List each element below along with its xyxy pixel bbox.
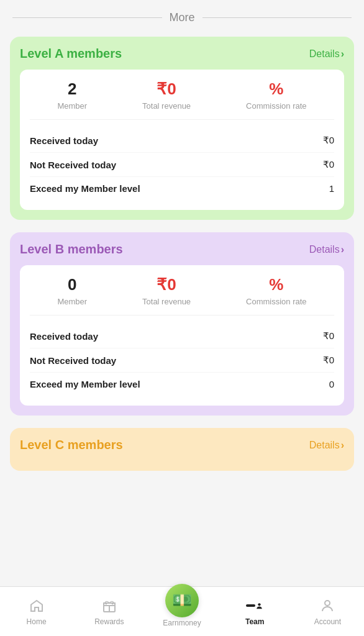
level-a-chevron-icon: ›	[341, 48, 344, 60]
earnmoney-icon: 💵	[165, 584, 199, 617]
page-title: More	[170, 11, 195, 24]
level-b-row-2-label: Exceed my Member level	[30, 379, 140, 389]
nav-earnmoney-label: Earnmoney	[163, 619, 201, 627]
level-a-row-1-value: ₹0	[323, 159, 334, 170]
level-a-revenue-stat: ₹0 Total revenue	[142, 80, 191, 111]
nav-account[interactable]: Account	[291, 597, 364, 626]
level-a-title: Level A members	[20, 47, 122, 61]
level-b-row-0-label: Received today	[30, 331, 98, 342]
level-b-commission-stat: % Commission rate	[246, 275, 307, 306]
level-c-chevron-icon: ›	[341, 440, 344, 451]
level-c-details-button[interactable]: Details ›	[309, 440, 344, 451]
content-area: Level A members Details › 2 Member ₹0 To…	[0, 30, 364, 520]
account-icon	[319, 597, 336, 615]
level-a-details-label: Details	[309, 48, 340, 60]
level-a-commission-stat: % Commission rate	[246, 80, 307, 111]
level-a-row-2-value: 1	[329, 183, 334, 194]
level-b-member-label: Member	[57, 297, 87, 306]
level-a-row-0: Received today ₹0	[30, 129, 334, 153]
level-b-header: Level B members Details ›	[20, 242, 344, 257]
level-b-revenue-label: Total revenue	[142, 297, 191, 306]
page-header: More	[0, 0, 364, 30]
nav-team[interactable]: Team	[219, 597, 291, 626]
level-b-row-1: Not Received today ₹0	[30, 348, 334, 373]
level-a-stats: 2 Member ₹0 Total revenue % Commission r…	[30, 80, 334, 120]
level-a-row-0-label: Received today	[30, 135, 98, 146]
nav-rewards-label: Rewards	[94, 617, 124, 626]
level-a-row-0-value: ₹0	[323, 135, 334, 146]
level-a-row-1: Not Received today ₹0	[30, 153, 334, 177]
level-b-revenue-value: ₹0	[142, 275, 191, 294]
svg-point-1	[258, 603, 261, 606]
home-icon	[28, 597, 45, 615]
level-a-row-2: Exceed my Member level 1	[30, 177, 334, 200]
level-b-commission-value: %	[246, 275, 307, 294]
team-icon	[246, 597, 263, 615]
level-a-inner: 2 Member ₹0 Total revenue % Commission r…	[20, 70, 344, 210]
level-a-member-value: 2	[57, 80, 87, 99]
bottom-nav: Home Rewards 💵 Earnmoney Team	[0, 586, 364, 636]
level-a-card: Level A members Details › 2 Member ₹0 To…	[10, 37, 354, 220]
nav-home-label: Home	[27, 617, 47, 626]
level-b-row-1-value: ₹0	[323, 355, 334, 366]
level-b-row-0: Received today ₹0	[30, 324, 334, 348]
level-b-row-2-value: 0	[329, 379, 334, 389]
nav-rewards[interactable]: Rewards	[73, 597, 145, 626]
level-b-row-0-value: ₹0	[323, 330, 334, 342]
level-a-member-stat: 2 Member	[57, 80, 87, 111]
level-b-member-value: 0	[57, 275, 87, 294]
level-a-revenue-label: Total revenue	[142, 101, 191, 111]
header-line-right	[202, 17, 352, 18]
level-b-inner: 0 Member ₹0 Total revenue % Commission r…	[20, 265, 344, 406]
level-c-details-label: Details	[309, 440, 340, 451]
level-b-member-stat: 0 Member	[57, 275, 87, 306]
svg-point-2	[325, 601, 330, 606]
level-c-header: Level C members Details ›	[20, 438, 344, 452]
level-a-details-button[interactable]: Details ›	[309, 48, 344, 60]
header-line-left	[12, 17, 162, 18]
nav-team-label: Team	[245, 617, 264, 626]
level-a-revenue-value: ₹0	[142, 80, 191, 99]
level-b-commission-label: Commission rate	[246, 297, 307, 306]
level-a-header: Level A members Details ›	[20, 47, 344, 61]
level-a-commission-label: Commission rate	[246, 101, 307, 111]
level-b-revenue-stat: ₹0 Total revenue	[142, 275, 191, 306]
nav-account-label: Account	[314, 617, 341, 626]
level-b-title: Level B members	[20, 242, 123, 257]
level-a-commission-value: %	[246, 80, 307, 99]
level-b-stats: 0 Member ₹0 Total revenue % Commission r…	[30, 275, 334, 316]
level-b-row-1-label: Not Received today	[30, 355, 116, 366]
level-a-member-label: Member	[57, 101, 87, 111]
level-b-row-2: Exceed my Member level 0	[30, 373, 334, 396]
level-c-title: Level C members	[20, 438, 123, 452]
level-b-details-button[interactable]: Details ›	[309, 244, 344, 255]
level-b-details-label: Details	[309, 244, 340, 255]
level-a-row-2-label: Exceed my Member level	[30, 183, 140, 194]
level-b-card: Level B members Details › 0 Member ₹0 To…	[10, 232, 354, 416]
nav-earnmoney[interactable]: 💵 Earnmoney	[145, 584, 218, 627]
nav-home[interactable]: Home	[0, 597, 73, 626]
level-b-chevron-icon: ›	[341, 244, 344, 255]
rewards-icon	[101, 597, 118, 615]
level-c-card: Level C members Details ›	[10, 428, 354, 471]
level-a-row-1-label: Not Received today	[30, 160, 116, 170]
